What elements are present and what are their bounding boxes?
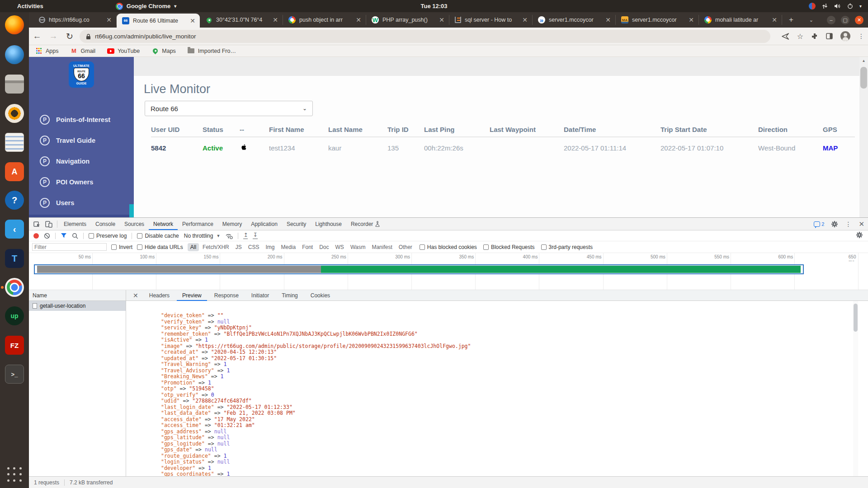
request-row[interactable]: getall-user-location <box>29 301 126 311</box>
filter-type-font[interactable]: Font <box>299 243 316 251</box>
device-toolbar-icon[interactable] <box>45 221 52 228</box>
detail-tab-preview[interactable]: Preview <box>177 290 207 301</box>
devtools-tab-performance[interactable]: Performance <box>178 218 218 230</box>
detail-tab-headers[interactable]: Headers <box>144 290 175 301</box>
browser-tab[interactable]: https://rt66ug.co✕ <box>33 15 117 25</box>
preserve-log-checkbox[interactable]: Preserve log <box>89 233 127 239</box>
tab-close-icon[interactable]: ✕ <box>355 16 362 23</box>
network-settings-gear-icon[interactable] <box>856 232 863 238</box>
activities-button[interactable]: Activities <box>17 3 43 9</box>
inspect-element-icon[interactable] <box>33 221 41 228</box>
volume-icon[interactable] <box>834 3 841 9</box>
window-minimize-button[interactable]: – <box>827 16 835 24</box>
bookmark-item[interactable]: Imported Fro… <box>188 47 236 55</box>
show-applications-button[interactable] <box>6 466 23 483</box>
devtools-tab-recorder[interactable]: Recorder <box>346 218 384 230</box>
bookmark-item[interactable]: MGmail <box>71 47 96 55</box>
search-icon[interactable] <box>72 233 78 239</box>
filter-type-js[interactable]: JS <box>233 243 245 251</box>
vscode-dock-item[interactable]: ‹ <box>4 218 25 240</box>
network-filter-input[interactable] <box>32 243 107 251</box>
throttling-select[interactable]: No throttling ▼ <box>184 233 221 239</box>
filter-checkbox-has-blocked-cookies[interactable]: Has blocked cookies <box>420 244 477 250</box>
address-bar[interactable]: rt66ug.com/admin/public/live_monitor <box>80 30 770 43</box>
terminal-dock-item[interactable]: >_ <box>4 363 25 385</box>
teamviewer-dock-item[interactable]: T <box>4 248 25 269</box>
browser-menu-icon[interactable]: ⋮ <box>858 33 864 40</box>
devtools-tab-console[interactable]: Console <box>91 218 120 230</box>
name-column-header[interactable]: Name <box>29 290 126 301</box>
tab-search-chevron-icon[interactable]: ⌄ <box>809 17 813 23</box>
side-panel-icon[interactable] <box>826 33 833 39</box>
filter-checkbox-3rd-party-requests[interactable]: 3rd-party requests <box>541 244 593 250</box>
browser-tab[interactable]: push object in arr✕ <box>283 15 366 25</box>
filter-funnel-icon[interactable] <box>61 233 67 239</box>
route-select[interactable]: Route 66 ⌄ <box>145 101 313 116</box>
back-button[interactable]: ← <box>29 31 45 41</box>
filter-type-doc[interactable]: Doc <box>316 243 331 251</box>
sidebar-item-poi-owners[interactable]: PPOI Owners <box>29 173 134 191</box>
filezilla-dock-item[interactable]: FZ <box>4 334 25 356</box>
filter-type-img[interactable]: Img <box>263 243 277 251</box>
devtools-menu-icon[interactable]: ⋮ <box>845 221 851 228</box>
detail-tab-cookies[interactable]: Cookies <box>305 290 335 301</box>
scrollbar-thumb[interactable] <box>860 67 867 89</box>
devtools-tab-elements[interactable]: Elements <box>59 218 91 230</box>
bookmark-item[interactable]: Apps <box>35 47 59 55</box>
files-dock-item[interactable] <box>4 73 25 95</box>
devtools-close-icon[interactable]: ✕ <box>859 220 864 228</box>
browser-tab[interactable]: MAserver1.mccoycor✕ <box>616 15 699 25</box>
thunderbird-dock-item[interactable] <box>4 44 25 66</box>
power-icon[interactable] <box>847 3 853 9</box>
sidebar-item-users[interactable]: PUsers <box>29 194 134 212</box>
scrollbar-up-arrow[interactable]: ▲ <box>859 57 868 64</box>
invert-checkbox[interactable]: Invert <box>111 244 132 250</box>
profile-avatar[interactable] <box>840 31 850 41</box>
row-cell-link[interactable]: MAP <box>823 144 850 152</box>
writer-dock-item[interactable] <box>4 131 25 153</box>
help-dock-item[interactable]: ? <box>4 189 25 211</box>
hide-data-urls-checkbox[interactable]: Hide data URLs <box>137 244 183 250</box>
network-conditions-icon[interactable] <box>225 233 233 239</box>
close-detail-icon[interactable]: ✕ <box>129 292 142 299</box>
filter-type-fetchxhr[interactable]: Fetch/XHR <box>200 243 232 251</box>
filter-type-all[interactable]: All <box>188 243 199 251</box>
detail-tab-response[interactable]: Response <box>209 290 244 301</box>
scrollbar-thumb[interactable] <box>854 304 858 332</box>
upwork-dock-item[interactable]: up <box>4 305 25 327</box>
preview-pane[interactable]: "device_token" => """verify_token" => nu… <box>127 301 868 476</box>
browser-tab[interactable]: WPHP array_push()✕ <box>366 15 449 25</box>
tab-close-icon[interactable]: ✕ <box>438 16 445 23</box>
page-scrollbar[interactable]: ▲ <box>859 57 868 217</box>
window-close-button[interactable]: ✕ <box>855 16 863 24</box>
firefox-dock-item[interactable] <box>4 14 25 36</box>
filter-type-manifest[interactable]: Manifest <box>369 243 395 251</box>
devtools-tab-sources[interactable]: Sources <box>120 218 149 230</box>
devtools-tab-security[interactable]: Security <box>282 218 311 230</box>
bookmark-item[interactable]: Maps <box>151 47 176 55</box>
tab-close-icon[interactable]: ✕ <box>105 16 113 23</box>
chrome-dock-item[interactable] <box>4 277 25 298</box>
issues-counter[interactable]: 2 <box>814 221 824 227</box>
chevron-down-icon[interactable]: ▾ <box>859 4 862 9</box>
devtools-tab-network[interactable]: Network <box>149 218 178 230</box>
tab-close-icon[interactable]: ✕ <box>272 16 279 23</box>
multiload-icon[interactable] <box>809 3 816 9</box>
tab-close-icon[interactable]: ✕ <box>688 16 695 23</box>
ubuntu-software-dock-item[interactable]: A <box>4 161 25 183</box>
sidebar-item-travel-guide[interactable]: PTravel Guide <box>29 131 134 150</box>
bookmark-item[interactable]: YouTube <box>107 47 140 55</box>
tab-close-icon[interactable]: ✕ <box>521 16 528 23</box>
filter-type-css[interactable]: CSS <box>245 243 262 251</box>
forward-button[interactable]: → <box>45 31 61 41</box>
shotwell-dock-item[interactable] <box>4 103 25 124</box>
reload-button[interactable]: ↻ <box>61 31 78 42</box>
sidebar-item-points-of-interest[interactable]: PPoints-of-Interest <box>29 111 134 129</box>
bookmark-star-icon[interactable]: ☆ <box>797 32 803 41</box>
devtools-tab-application[interactable]: Application <box>246 218 282 230</box>
browser-tab[interactable]: 30°42'31.0"N 76°4✕ <box>200 15 283 25</box>
filter-type-ws[interactable]: WS <box>333 243 347 251</box>
preview-scrollbar[interactable] <box>853 301 858 476</box>
network-overview-graph[interactable] <box>29 261 868 290</box>
devtools-tab-memory[interactable]: Memory <box>218 218 246 230</box>
